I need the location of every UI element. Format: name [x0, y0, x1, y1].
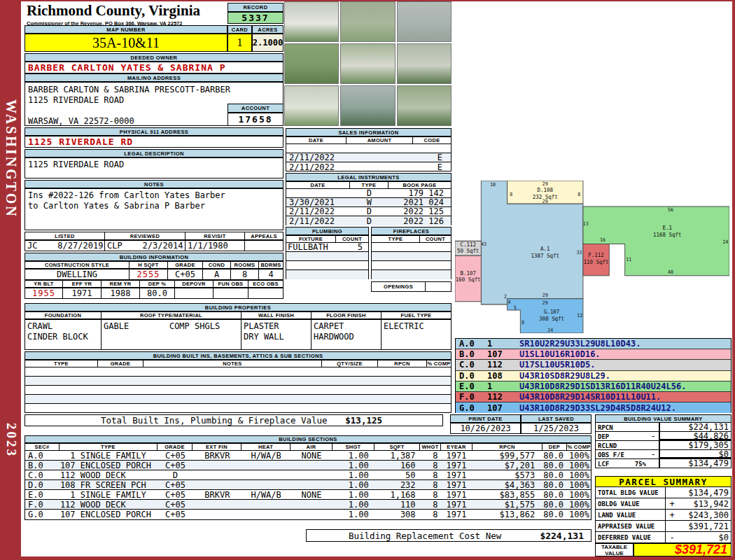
sketch-label: 8: [510, 191, 512, 197]
fireplace-count-value: [420, 243, 451, 251]
map-number-value: 35A-10&11: [24, 34, 227, 52]
value-summary-label-cell: DEP: [596, 432, 648, 441]
instrument-type: D: [350, 189, 388, 197]
sale-date: 2/11/2022: [286, 162, 346, 172]
building-sections-rows: A.0 1 SINGLE FAMILY C+05 BRKVR H/WA/B NO…: [24, 451, 592, 520]
section-grade: C+05: [158, 451, 193, 460]
sketch-label: 1387 Sqft: [531, 252, 559, 258]
photo-carport-pavilion: [397, 85, 451, 126]
revisit-value: 1/1/1980: [186, 240, 245, 251]
section-heat: [241, 470, 290, 479]
sales-information-label: SALES INFORMATION: [286, 128, 451, 136]
cond-label: COND: [203, 261, 231, 269]
built-ins-row: [25, 368, 451, 377]
section-air: [290, 510, 332, 519]
value-summary-label-cell: LCF 75%: [596, 459, 648, 468]
instrument-type-label: TYPE: [350, 181, 388, 189]
building-properties-label: BUILDING PROPERTIES: [24, 303, 451, 312]
value-summary-row: LCF 75% $134,479: [596, 459, 731, 468]
parcel-item-label: APPRAISED VALUE: [596, 521, 666, 532]
bi-rpcn: [377, 395, 426, 403]
photo-garage-with-truck: [397, 43, 451, 84]
section-grade: C+05: [158, 510, 193, 519]
instrument-row: 3/30/2021 W 2021 024: [286, 198, 451, 207]
sketch-label: 12: [577, 313, 582, 318]
section-grade: C+05: [158, 480, 193, 489]
section-eyear: 1971: [441, 461, 472, 470]
ecoobs-label: ECO OBS: [248, 280, 284, 288]
building-info-values-2: 1955 1971 1988 80.0: [24, 288, 284, 299]
built-ins-label: BUILDING BUILT INS, BASEMENTS, ATTICS & …: [24, 351, 451, 360]
parcel-item-label: TOTAL BLDG VALUE: [596, 487, 666, 498]
mailing-line: WARSAW, VA 22572-0000: [28, 116, 134, 126]
parcel-item-sign: +: [666, 498, 678, 510]
depovr-value: [175, 288, 214, 299]
parcel-item-value: $134,479: [678, 487, 731, 498]
section-dep: 80.0: [542, 510, 566, 519]
sec-comp-label: % COMP: [567, 443, 592, 451]
sketch-label: 8: [578, 191, 580, 197]
parcel-item-label: DEFERRED VALUE: [596, 532, 666, 543]
legal-description-label: LEGAL DESCRIPTION: [24, 149, 284, 158]
remyr-label: REM YR: [102, 280, 140, 288]
sale-date: [286, 144, 346, 153]
sketch-label: 13: [583, 220, 589, 226]
sketch-label: 4: [507, 300, 510, 305]
sketch-label: 29: [542, 199, 548, 204]
sec-type-label: TYPE: [59, 443, 158, 451]
sketch-label: A.1: [540, 245, 550, 251]
appeals-label: APPEALS: [245, 232, 284, 240]
plumbing-row: [286, 261, 368, 270]
building-section-row: A.0 1 SINGLE FAMILY C+05 BRKVR H/WA/B NO…: [25, 451, 591, 461]
parcel-summary-row: DEFERRED VALUE - $0: [596, 532, 731, 543]
parcel-summary-label: PARCEL SUMMARY: [595, 476, 732, 487]
fuel-type-value: ELECTRIC: [382, 319, 451, 350]
parcel-item-value: $391,721: [678, 521, 731, 532]
section-type: 1 SINGLE FAMILY: [60, 451, 158, 460]
sketch-label: 24: [722, 239, 728, 245]
sec-extfin-label: EXT FIN: [192, 443, 241, 451]
sketch-legend: A.0 1 SR10U2R29U33L29U8L10D43. B.0 107 U…: [455, 338, 732, 413]
section-grade: C+05: [158, 461, 193, 470]
notes-line: to Carlton Yates & Sabrina P Barber: [28, 201, 205, 211]
photo-house-screened-porch: [284, 1, 339, 42]
bi-qty: [322, 368, 378, 376]
section-sqft: 232: [374, 480, 420, 489]
section-shgt: 1.00: [332, 500, 374, 509]
section-rpcn: $4,363: [472, 480, 542, 489]
built-ins-row: [25, 386, 451, 395]
section-whgt: 8: [420, 461, 441, 470]
fireplace-type-value: [372, 252, 420, 260]
value-summary-item-label: OBS F/E: [598, 451, 624, 458]
section-id: B.0: [25, 461, 60, 470]
section-shgt: 1.00: [332, 490, 374, 499]
legend-type-code: 108: [487, 371, 519, 381]
section-heat: [241, 510, 290, 519]
section-air: [290, 461, 332, 470]
sketch-label: F.112: [588, 252, 604, 258]
fixture-value: [286, 252, 336, 260]
section-shgt: 1.00: [332, 480, 374, 489]
taxable-value: $391,721: [634, 543, 732, 556]
instrument-type: D: [350, 207, 388, 216]
bi-comp-label: % COMP: [427, 360, 451, 368]
section-heat: [241, 480, 290, 489]
bi-rpcn: [377, 368, 426, 376]
plumbing-row: [286, 270, 368, 279]
parcel-summary-row: OBLDG VALUE + $13,942: [596, 498, 731, 510]
sales-date-label: DATE: [286, 136, 346, 144]
listed-label: LISTED: [24, 232, 105, 240]
fireplace-row: [372, 270, 451, 279]
building-section-row: D.0 108 FR SCREEN PCH C+05 1.00 232 8 19…: [25, 480, 591, 490]
fireplace-count-value: [420, 261, 451, 270]
section-id: C.0: [25, 470, 60, 479]
instrument-book-page: 2021 024: [388, 198, 451, 206]
instrument-date-label: DATE: [286, 181, 350, 189]
taxable-value-label: TAXABLE VALUE: [595, 543, 634, 556]
fireplace-row: [372, 252, 451, 261]
legend-row: G.0 107 U43R10D8R29D33SL29D4R5D8R24U12.: [456, 402, 731, 413]
notes-line: Ins #2022-126 from Carlton Yates Barber: [28, 190, 225, 200]
instrument-date: 3/30/2021: [286, 198, 350, 206]
sale-code: E: [412, 153, 451, 162]
fixture-count-value: [336, 261, 368, 270]
